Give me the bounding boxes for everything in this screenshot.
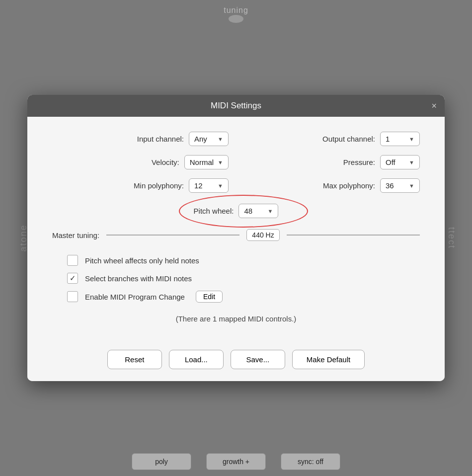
max-polyphony-row: Max polyphony: 36 ▼ (243, 178, 420, 193)
master-tuning-value: 440 Hz (246, 229, 279, 241)
output-channel-arrow: ▼ (409, 136, 414, 142)
checkbox-select-branches-label: Select branches with MIDI notes (85, 274, 192, 283)
save-button[interactable]: Save... (231, 350, 285, 369)
bottom-bar: poly growth + sync: off (0, 448, 472, 476)
info-text: (There are 1 mapped MIDI controls.) (52, 315, 420, 323)
top-label: tuning (224, 6, 248, 15)
input-channel-label: Input channel: (137, 135, 184, 143)
bg-right-text: ttect (446, 227, 456, 249)
velocity-dropdown[interactable]: Normal ▼ (184, 155, 229, 169)
checkmark-select-branches: ✓ (70, 274, 76, 283)
output-channel-row: Output channel: 1 ▼ (243, 132, 420, 146)
input-channel-dropdown[interactable]: Any ▼ (189, 132, 229, 146)
max-polyphony-arrow: ▼ (409, 183, 414, 189)
input-channel-row: Input channel: Any ▼ (52, 132, 229, 146)
pitch-wheel-inner: Pitch wheel: 48 ▼ (194, 204, 279, 218)
sync-button[interactable]: sync: off (281, 453, 340, 470)
pitch-wheel-arrow: ▼ (268, 208, 273, 214)
make-default-button[interactable]: Make Default (292, 350, 365, 369)
min-polyphony-arrow: ▼ (218, 183, 223, 189)
dialog-body: Input channel: Any ▼ Output channel: 1 ▼… (27, 117, 445, 350)
min-polyphony-row: Min polyphony: 12 ▼ (52, 178, 229, 193)
pressure-arrow: ▼ (409, 159, 414, 165)
max-polyphony-label: Max polyphony: (323, 181, 375, 190)
input-channel-arrow: ▼ (218, 136, 223, 142)
min-polyphony-label: Min polyphony: (134, 181, 184, 190)
checkbox-midi-program-change-label: Enable MIDI Program Change (85, 293, 185, 301)
checkbox-section: Pitch wheel affects only held notes ✓ Se… (52, 255, 420, 303)
master-tuning-slider-right[interactable] (287, 235, 420, 236)
master-tuning-row: Master tuning: 440 Hz (52, 229, 420, 241)
max-polyphony-dropdown[interactable]: 36 ▼ (380, 178, 420, 193)
checkbox-select-branches-row: ✓ Select branches with MIDI notes (67, 273, 420, 284)
pressure-value: Off (386, 158, 395, 166)
master-tuning-label: Master tuning: (52, 231, 99, 239)
velocity-value: Normal (190, 158, 214, 166)
checkbox-midi-program-change-row: Enable MIDI Program Change Edit (67, 291, 420, 303)
dialog-title: MIDI Settings (211, 101, 261, 111)
growth-button[interactable]: growth + (206, 453, 266, 470)
checkbox-select-branches[interactable]: ✓ (67, 273, 78, 284)
output-channel-dropdown[interactable]: 1 ▼ (380, 132, 420, 146)
pitch-wheel-label: Pitch wheel: (194, 207, 234, 215)
checkbox-pitch-wheel-held[interactable] (67, 255, 78, 266)
pitch-wheel-section: Pitch wheel: 48 ▼ (52, 204, 420, 218)
edit-button[interactable]: Edit (196, 291, 223, 303)
output-channel-value: 1 (386, 135, 390, 143)
form-grid: Input channel: Any ▼ Output channel: 1 ▼… (52, 132, 420, 193)
velocity-arrow: ▼ (218, 159, 223, 165)
checkbox-pitch-wheel-held-label: Pitch wheel affects only held notes (85, 256, 199, 265)
pitch-wheel-value: 48 (244, 207, 252, 215)
load-button[interactable]: Load... (169, 350, 224, 369)
poly-button[interactable]: poly (132, 453, 191, 470)
velocity-label: Velocity: (152, 158, 179, 166)
velocity-row: Velocity: Normal ▼ (52, 155, 229, 169)
checkbox-pitch-wheel-held-row: Pitch wheel affects only held notes (67, 255, 420, 266)
dialog-footer: Reset Load... Save... Make Default (27, 350, 445, 381)
input-channel-value: Any (194, 135, 207, 143)
master-tuning-slider-left[interactable] (106, 235, 239, 236)
dialog-titlebar: MIDI Settings × (27, 95, 445, 117)
midi-settings-dialog: MIDI Settings × Input channel: Any ▼ Out… (27, 95, 445, 381)
output-channel-label: Output channel: (322, 135, 375, 143)
pressure-row: Pressure: Off ▼ (243, 155, 420, 169)
pitch-wheel-dropdown[interactable]: 48 ▼ (238, 204, 278, 218)
close-button[interactable]: × (431, 101, 437, 110)
checkbox-midi-program-change[interactable] (67, 291, 78, 302)
pressure-dropdown[interactable]: Off ▼ (380, 155, 420, 169)
top-knob (229, 15, 243, 23)
max-polyphony-value: 36 (386, 181, 394, 190)
min-polyphony-value: 12 (194, 181, 203, 190)
min-polyphony-dropdown[interactable]: 12 ▼ (189, 178, 229, 193)
pressure-label: Pressure: (343, 158, 375, 166)
reset-button[interactable]: Reset (107, 350, 162, 369)
